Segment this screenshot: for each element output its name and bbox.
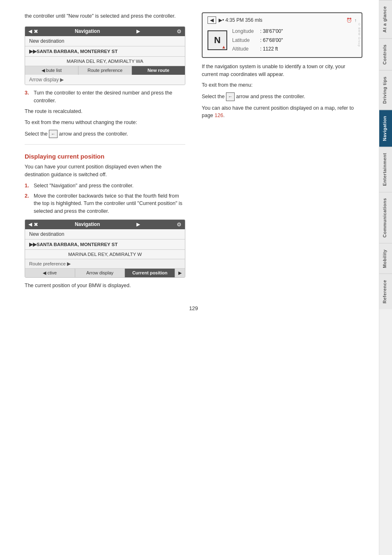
back-arrow-icon-2: ←: [226, 92, 235, 101]
gps-display-box: ◀ ▶• 4:35 PM 356 mls ⏰ ↑ N ▲: [202, 12, 362, 58]
nav-right-icon-2: ▶: [136, 221, 140, 227]
longitude-label: Longitude: [232, 27, 257, 36]
nav-row-new-dest-2: New destination: [25, 229, 185, 240]
step-list-1: 3. Turn the controller to enter the desi…: [25, 89, 185, 105]
nav-settings-icon: ⚙: [177, 28, 182, 35]
page-126-link[interactable]: 126: [214, 113, 223, 118]
right-para1: If the navigation system is unable to id…: [202, 63, 362, 78]
step-2-text: Move the controller backwards twice so t…: [34, 192, 185, 215]
nav-header-1: ◀ ✖ Navigation ▶ ⚙: [25, 27, 185, 36]
nav-tab-bute-list[interactable]: ◀ bute list: [25, 66, 78, 75]
nav-tab-arrow-display[interactable]: Arrow display: [75, 269, 125, 277]
altitude-value: : 1122 ft: [260, 45, 278, 54]
nav-row-new-dest-1: New destination: [25, 36, 185, 46]
current-pos-text: The current position of your BMW is disp…: [25, 282, 185, 290]
map-instruction: You can also have the current position d…: [202, 104, 362, 120]
longitude-row: Longitude : 38'67'00": [232, 27, 283, 36]
step-1: 1. Select "Navigation" and press the con…: [25, 182, 185, 190]
gps-back-icon: ◀: [208, 16, 216, 24]
nav-right-icon: ▶: [136, 28, 140, 34]
nav-arrows-1: ◀ ✖: [28, 28, 38, 35]
page-number: 129: [25, 305, 362, 311]
gps-header: ◀ ▶• 4:35 PM 356 mls ⏰ ↑: [208, 16, 357, 24]
longitude-value: : 38'67'00": [260, 27, 283, 36]
section-para1: You can have your current position displ…: [25, 163, 185, 179]
nav-tabs-2: ◀ ctive Arrow display Current position ▶: [25, 269, 185, 277]
divider-1: [25, 144, 185, 145]
select-arrow-text: Select the ← arrow and press the control…: [25, 130, 185, 138]
nav-tabs-1: ◀ bute list Route preference New route: [25, 66, 185, 75]
altitude-label: Altitude: [232, 45, 257, 54]
sidebar-tab-at-a-glance[interactable]: At a glance: [379, 0, 392, 38]
recalc-text: The route is recalculated.: [25, 108, 185, 115]
nav-ui-1: ◀ ✖ Navigation ▶ ⚙ New destination ▶▶SAN…: [25, 26, 185, 85]
intro-paragraph: the controller until "New route" is sele…: [25, 12, 185, 20]
nav-icon: ✖: [34, 28, 38, 35]
nav-row-santa-barbara-1: ▶▶SANTA BARBARA, MONTERREY ST: [25, 46, 185, 57]
gps-clock-icon: ⏰: [346, 18, 352, 23]
left-column: the controller until "New route" is sele…: [25, 12, 189, 293]
nav-tab-new-route[interactable]: New route: [132, 66, 185, 75]
sidebar-tab-mobility[interactable]: Mobility: [379, 243, 392, 274]
gps-header-left: ◀ ▶• 4:35 PM 356 mls: [208, 16, 263, 24]
exit-menu-text: To exit from the menu without changing t…: [25, 119, 185, 127]
latitude-label: Latitude: [232, 36, 257, 45]
sidebar-tab-entertainment[interactable]: Entertainment: [379, 147, 392, 191]
left-arrow-icon-2: ◀: [28, 221, 32, 227]
nav-icon-2: ✖: [34, 221, 38, 228]
nav-ui-2: ◀ ✖ Navigation ▶ ⚙ New destination ▶▶SAN…: [25, 219, 185, 278]
nav-subrow-route-pref: Route preference ▶: [25, 259, 185, 269]
section-heading-displaying: Displaying current position: [25, 153, 185, 160]
nav-arrows-2: ◀ ✖: [28, 221, 38, 228]
watermark: © BMW Group: [358, 23, 361, 47]
nav-title-2: Navigation: [75, 221, 100, 227]
sidebar-tab-controls[interactable]: Controls: [379, 38, 392, 70]
gps-time-text: ▶• 4:35 PM 356 mls: [219, 17, 263, 23]
step-list-2: 1. Select "Navigation" and press the con…: [25, 182, 185, 215]
step-3: 3. Turn the controller to enter the desi…: [25, 89, 185, 105]
nav-tab-ctive[interactable]: ◀ ctive: [25, 269, 75, 277]
exit-instruction: Select the ← arrow and press the control…: [202, 92, 362, 101]
gps-header-right: ⏰ ↑: [346, 18, 357, 23]
compass-n: N: [214, 35, 221, 46]
sidebar-tab-navigation[interactable]: Navigation: [379, 110, 392, 147]
nav-settings-icon-2: ⚙: [177, 221, 182, 228]
intro-text: the controller until "New route" is sele…: [25, 12, 185, 20]
right-column: ◀ ▶• 4:35 PM 356 mls ⏰ ↑ N ▲: [198, 12, 362, 293]
altitude-row: Altitude : 1122 ft: [232, 45, 283, 54]
gps-coordinates: Longitude : 38'67'00" Latitude : 67'68'0…: [232, 27, 283, 54]
step-3-num: 3.: [25, 89, 32, 105]
nav-tab-arrow-right[interactable]: ▶: [175, 269, 185, 277]
nav-row-marina-1: MARINA DEL REY, ADMIRALTY WA: [25, 57, 185, 66]
nav-title-1: Navigation: [75, 28, 100, 34]
latitude-value: : 67'68'00": [260, 36, 283, 45]
gps-compass: N ▲: [208, 30, 227, 50]
sidebar-tab-driving-tips[interactable]: Driving tips: [379, 70, 392, 110]
gps-body: N ▲ Longitude : 38'67'00" Latitude : 67'…: [208, 27, 357, 54]
step-2: 2. Move the controller backwards twice s…: [25, 192, 185, 215]
sidebar-tab-reference[interactable]: Reference: [379, 274, 392, 309]
latitude-row: Latitude : 67'68'00": [232, 36, 283, 45]
nav-row-marina-2: MARINA DEL REY, ADMIRALTY W: [25, 250, 185, 259]
nav-arrow-display-1: Arrow display ▶: [25, 75, 185, 85]
left-arrow-icon: ◀: [28, 28, 32, 34]
sidebar-tabs: At a glance Controls Driving tips Naviga…: [379, 0, 392, 555]
exit-heading: To exit from the menu:: [202, 81, 362, 89]
step-1-num: 1.: [25, 182, 32, 190]
nav-tab-route-pref[interactable]: Route preference: [78, 66, 132, 75]
nav-row-santa-barbara-2: ▶▶SANTA BARBARA, MONTERREY ST: [25, 240, 185, 250]
nav-header-2: ◀ ✖ Navigation ▶ ⚙: [25, 220, 185, 229]
nav-tab-current-position[interactable]: Current position: [125, 269, 175, 277]
step-3-text: Turn the controller to enter the desired…: [34, 89, 185, 105]
step-1-text: Select "Navigation" and press the contro…: [34, 182, 134, 190]
step-2-num: 2.: [25, 192, 32, 215]
sidebar-tab-communications[interactable]: Communications: [379, 192, 392, 243]
compass-warning-icon: ▲: [221, 44, 226, 49]
gps-up-icon: ↑: [355, 18, 357, 23]
back-arrow-icon-1: ←: [49, 130, 58, 138]
